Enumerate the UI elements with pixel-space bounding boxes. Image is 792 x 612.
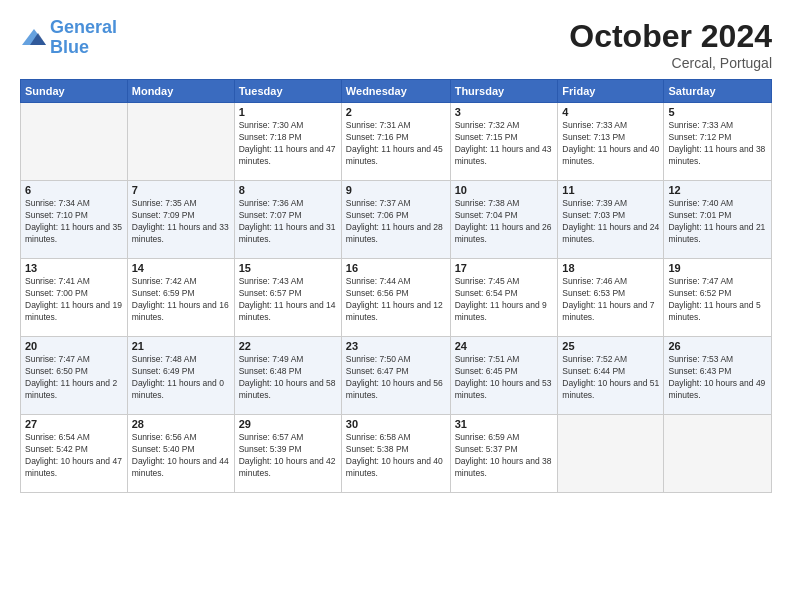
day-number: 2 xyxy=(346,106,446,118)
calendar-cell: 7Sunrise: 7:35 AM Sunset: 7:09 PM Daylig… xyxy=(127,181,234,259)
day-number: 24 xyxy=(455,340,554,352)
day-info: Sunrise: 7:38 AM Sunset: 7:04 PM Dayligh… xyxy=(455,198,554,246)
calendar-cell xyxy=(127,103,234,181)
calendar-cell: 17Sunrise: 7:45 AM Sunset: 6:54 PM Dayli… xyxy=(450,259,558,337)
day-number: 3 xyxy=(455,106,554,118)
day-info: Sunrise: 7:42 AM Sunset: 6:59 PM Dayligh… xyxy=(132,276,230,324)
day-number: 19 xyxy=(668,262,767,274)
day-info: Sunrise: 7:51 AM Sunset: 6:45 PM Dayligh… xyxy=(455,354,554,402)
calendar-cell: 15Sunrise: 7:43 AM Sunset: 6:57 PM Dayli… xyxy=(234,259,341,337)
calendar-cell: 4Sunrise: 7:33 AM Sunset: 7:13 PM Daylig… xyxy=(558,103,664,181)
day-number: 11 xyxy=(562,184,659,196)
day-info: Sunrise: 7:37 AM Sunset: 7:06 PM Dayligh… xyxy=(346,198,446,246)
day-number: 4 xyxy=(562,106,659,118)
day-info: Sunrise: 7:39 AM Sunset: 7:03 PM Dayligh… xyxy=(562,198,659,246)
calendar-cell: 28Sunrise: 6:56 AM Sunset: 5:40 PM Dayli… xyxy=(127,415,234,493)
day-number: 15 xyxy=(239,262,337,274)
calendar-cell: 20Sunrise: 7:47 AM Sunset: 6:50 PM Dayli… xyxy=(21,337,128,415)
col-tuesday: Tuesday xyxy=(234,80,341,103)
day-info: Sunrise: 7:35 AM Sunset: 7:09 PM Dayligh… xyxy=(132,198,230,246)
day-info: Sunrise: 6:57 AM Sunset: 5:39 PM Dayligh… xyxy=(239,432,337,480)
day-number: 17 xyxy=(455,262,554,274)
day-number: 5 xyxy=(668,106,767,118)
day-number: 13 xyxy=(25,262,123,274)
day-info: Sunrise: 7:52 AM Sunset: 6:44 PM Dayligh… xyxy=(562,354,659,402)
day-info: Sunrise: 7:49 AM Sunset: 6:48 PM Dayligh… xyxy=(239,354,337,402)
day-number: 18 xyxy=(562,262,659,274)
day-info: Sunrise: 7:36 AM Sunset: 7:07 PM Dayligh… xyxy=(239,198,337,246)
calendar-cell: 3Sunrise: 7:32 AM Sunset: 7:15 PM Daylig… xyxy=(450,103,558,181)
calendar-cell: 24Sunrise: 7:51 AM Sunset: 6:45 PM Dayli… xyxy=(450,337,558,415)
calendar-cell xyxy=(664,415,772,493)
calendar-cell: 30Sunrise: 6:58 AM Sunset: 5:38 PM Dayli… xyxy=(341,415,450,493)
col-friday: Friday xyxy=(558,80,664,103)
col-saturday: Saturday xyxy=(664,80,772,103)
day-number: 20 xyxy=(25,340,123,352)
calendar-cell: 19Sunrise: 7:47 AM Sunset: 6:52 PM Dayli… xyxy=(664,259,772,337)
calendar-cell: 1Sunrise: 7:30 AM Sunset: 7:18 PM Daylig… xyxy=(234,103,341,181)
day-info: Sunrise: 7:34 AM Sunset: 7:10 PM Dayligh… xyxy=(25,198,123,246)
page: General Blue October 2024 Cercal, Portug… xyxy=(0,0,792,612)
calendar-header-row: Sunday Monday Tuesday Wednesday Thursday… xyxy=(21,80,772,103)
day-info: Sunrise: 7:41 AM Sunset: 7:00 PM Dayligh… xyxy=(25,276,123,324)
day-number: 31 xyxy=(455,418,554,430)
calendar-cell: 18Sunrise: 7:46 AM Sunset: 6:53 PM Dayli… xyxy=(558,259,664,337)
day-info: Sunrise: 7:53 AM Sunset: 6:43 PM Dayligh… xyxy=(668,354,767,402)
day-info: Sunrise: 6:56 AM Sunset: 5:40 PM Dayligh… xyxy=(132,432,230,480)
calendar-cell: 5Sunrise: 7:33 AM Sunset: 7:12 PM Daylig… xyxy=(664,103,772,181)
col-monday: Monday xyxy=(127,80,234,103)
day-info: Sunrise: 7:45 AM Sunset: 6:54 PM Dayligh… xyxy=(455,276,554,324)
calendar-week-5: 27Sunrise: 6:54 AM Sunset: 5:42 PM Dayli… xyxy=(21,415,772,493)
day-number: 16 xyxy=(346,262,446,274)
day-info: Sunrise: 7:31 AM Sunset: 7:16 PM Dayligh… xyxy=(346,120,446,168)
day-info: Sunrise: 7:47 AM Sunset: 6:52 PM Dayligh… xyxy=(668,276,767,324)
day-number: 30 xyxy=(346,418,446,430)
calendar-cell: 14Sunrise: 7:42 AM Sunset: 6:59 PM Dayli… xyxy=(127,259,234,337)
calendar-cell: 6Sunrise: 7:34 AM Sunset: 7:10 PM Daylig… xyxy=(21,181,128,259)
day-info: Sunrise: 7:44 AM Sunset: 6:56 PM Dayligh… xyxy=(346,276,446,324)
day-number: 27 xyxy=(25,418,123,430)
location-subtitle: Cercal, Portugal xyxy=(569,55,772,71)
calendar-cell: 16Sunrise: 7:44 AM Sunset: 6:56 PM Dayli… xyxy=(341,259,450,337)
calendar-cell xyxy=(558,415,664,493)
calendar-cell: 26Sunrise: 7:53 AM Sunset: 6:43 PM Dayli… xyxy=(664,337,772,415)
calendar-cell: 21Sunrise: 7:48 AM Sunset: 6:49 PM Dayli… xyxy=(127,337,234,415)
calendar-cell: 2Sunrise: 7:31 AM Sunset: 7:16 PM Daylig… xyxy=(341,103,450,181)
day-info: Sunrise: 7:32 AM Sunset: 7:15 PM Dayligh… xyxy=(455,120,554,168)
day-number: 25 xyxy=(562,340,659,352)
calendar-cell: 12Sunrise: 7:40 AM Sunset: 7:01 PM Dayli… xyxy=(664,181,772,259)
col-thursday: Thursday xyxy=(450,80,558,103)
day-info: Sunrise: 7:50 AM Sunset: 6:47 PM Dayligh… xyxy=(346,354,446,402)
day-info: Sunrise: 7:40 AM Sunset: 7:01 PM Dayligh… xyxy=(668,198,767,246)
day-info: Sunrise: 6:58 AM Sunset: 5:38 PM Dayligh… xyxy=(346,432,446,480)
col-wednesday: Wednesday xyxy=(341,80,450,103)
day-number: 22 xyxy=(239,340,337,352)
day-info: Sunrise: 6:59 AM Sunset: 5:37 PM Dayligh… xyxy=(455,432,554,480)
title-block: October 2024 Cercal, Portugal xyxy=(569,18,772,71)
calendar-cell: 10Sunrise: 7:38 AM Sunset: 7:04 PM Dayli… xyxy=(450,181,558,259)
calendar-cell: 31Sunrise: 6:59 AM Sunset: 5:37 PM Dayli… xyxy=(450,415,558,493)
day-number: 6 xyxy=(25,184,123,196)
day-info: Sunrise: 7:47 AM Sunset: 6:50 PM Dayligh… xyxy=(25,354,123,402)
calendar-cell: 25Sunrise: 7:52 AM Sunset: 6:44 PM Dayli… xyxy=(558,337,664,415)
day-number: 7 xyxy=(132,184,230,196)
month-title: October 2024 xyxy=(569,18,772,55)
calendar-cell: 22Sunrise: 7:49 AM Sunset: 6:48 PM Dayli… xyxy=(234,337,341,415)
calendar-week-2: 6Sunrise: 7:34 AM Sunset: 7:10 PM Daylig… xyxy=(21,181,772,259)
day-info: Sunrise: 7:33 AM Sunset: 7:12 PM Dayligh… xyxy=(668,120,767,168)
day-info: Sunrise: 6:54 AM Sunset: 5:42 PM Dayligh… xyxy=(25,432,123,480)
calendar-cell xyxy=(21,103,128,181)
calendar-table: Sunday Monday Tuesday Wednesday Thursday… xyxy=(20,79,772,493)
day-number: 28 xyxy=(132,418,230,430)
calendar-cell: 9Sunrise: 7:37 AM Sunset: 7:06 PM Daylig… xyxy=(341,181,450,259)
day-info: Sunrise: 7:46 AM Sunset: 6:53 PM Dayligh… xyxy=(562,276,659,324)
calendar-cell: 23Sunrise: 7:50 AM Sunset: 6:47 PM Dayli… xyxy=(341,337,450,415)
calendar-cell: 11Sunrise: 7:39 AM Sunset: 7:03 PM Dayli… xyxy=(558,181,664,259)
day-info: Sunrise: 7:30 AM Sunset: 7:18 PM Dayligh… xyxy=(239,120,337,168)
day-number: 1 xyxy=(239,106,337,118)
day-info: Sunrise: 7:43 AM Sunset: 6:57 PM Dayligh… xyxy=(239,276,337,324)
day-number: 26 xyxy=(668,340,767,352)
calendar-week-1: 1Sunrise: 7:30 AM Sunset: 7:18 PM Daylig… xyxy=(21,103,772,181)
day-info: Sunrise: 7:33 AM Sunset: 7:13 PM Dayligh… xyxy=(562,120,659,168)
calendar-cell: 27Sunrise: 6:54 AM Sunset: 5:42 PM Dayli… xyxy=(21,415,128,493)
